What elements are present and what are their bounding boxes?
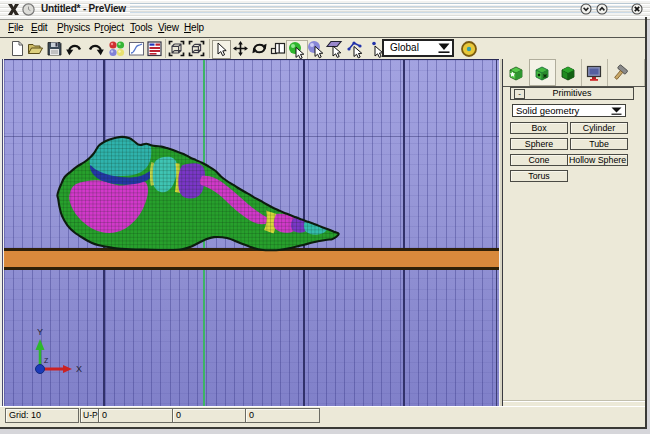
svg-text:X: X [76, 364, 82, 374]
svg-text:Y: Y [37, 327, 43, 337]
svg-text:Z: Z [44, 357, 49, 364]
